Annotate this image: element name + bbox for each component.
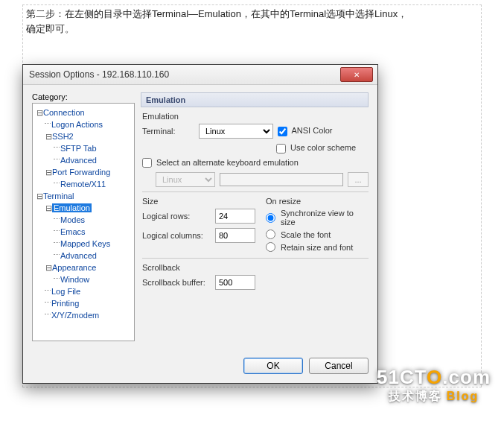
tree-xyzmodem[interactable]: X/Y/Zmodem [51, 311, 99, 320]
watermark-sub2: Blog [447, 390, 479, 402]
tree-printing[interactable]: Printing [51, 299, 79, 308]
watermark-sub1: 技术博客 [389, 390, 442, 402]
size-section-title: Size [142, 197, 255, 206]
tree-terminal[interactable]: Terminal [43, 191, 74, 200]
retain-label: Retain size and font [281, 243, 353, 252]
instruction-line1: 第二步：在左侧的目录中选择Terminal—Emulation，在其中的Term… [26, 8, 407, 19]
logical-cols-input[interactable] [215, 228, 255, 243]
tree-advanced-emul[interactable]: Advanced [60, 251, 97, 260]
tree-appearance[interactable]: Appearance [52, 263, 96, 272]
category-label: Category: [32, 92, 135, 101]
scrollback-buffer-label: Scrollback buffer: [142, 278, 211, 287]
dialog-footer: OK Cancel [23, 350, 377, 383]
alt-keyboard-option[interactable]: Select an alternate keyboard emulation [142, 158, 299, 168]
instruction-line2: 确定即可。 [26, 23, 74, 34]
ansi-color-checkbox[interactable] [278, 127, 287, 136]
ok-button[interactable]: OK [243, 358, 303, 374]
tree-window[interactable]: Window [60, 275, 89, 284]
panel-header: Emulation [141, 92, 369, 107]
titlebar: Session Options - 192.168.110.160 ✕ [23, 65, 377, 85]
browse-button: ... [348, 172, 369, 187]
scrollback-buffer-input[interactable] [215, 275, 255, 290]
watermark-brand-post: .com [442, 366, 491, 388]
tree-remote-x11[interactable]: Remote/X11 [60, 180, 106, 189]
scale-font-label: Scale the font [281, 230, 331, 239]
close-icon: ✕ [354, 71, 360, 79]
dialog-title: Session Options - 192.168.110.160 [29, 69, 340, 80]
tree-emulation-selected[interactable]: Emulation [52, 203, 92, 212]
alt-keyboard-checkbox[interactable] [142, 158, 152, 168]
watermark-brand-pre: 51CT [377, 366, 427, 388]
category-tree[interactable]: ⊟Connection Logon Actions ⊟SSH2 SFTP Tab… [32, 103, 135, 341]
ansi-color-label: ANSI Color [291, 126, 332, 135]
alt-keyboard-select: Linux [156, 172, 215, 187]
session-options-dialog: Session Options - 192.168.110.160 ✕ Cate… [22, 64, 378, 384]
watermark-brand-dot: O [427, 366, 442, 388]
tree-mapped-keys[interactable]: Mapped Keys [60, 239, 110, 248]
scrollback-section-title: Scrollback [142, 263, 369, 272]
tree-log-file[interactable]: Log File [51, 287, 80, 296]
cancel-button[interactable]: Cancel [309, 358, 369, 374]
tree-logon-actions[interactable]: Logon Actions [51, 120, 103, 129]
watermark-logo: 51CTO.com 技术博客Blog [377, 366, 491, 405]
logical-cols-label: Logical columns: [142, 231, 211, 240]
alt-keyboard-path [220, 173, 343, 186]
onresize-section-title: On resize [266, 197, 369, 206]
sync-radio[interactable] [266, 213, 275, 223]
tree-modes[interactable]: Modes [60, 215, 85, 224]
emulation-section-title: Emulation [142, 112, 369, 121]
retain-radio[interactable] [266, 242, 275, 252]
tree-ssh2[interactable]: SSH2 [52, 132, 74, 141]
ansi-color-option[interactable]: ANSI Color [278, 126, 332, 136]
logical-rows-label: Logical rows: [142, 212, 211, 221]
tree-advanced-ssh[interactable]: Advanced [60, 156, 97, 165]
color-scheme-label: Use color scheme [290, 143, 356, 152]
tree-connection[interactable]: Connection [43, 108, 85, 117]
alt-keyboard-label: Select an alternate keyboard emulation [156, 158, 299, 167]
tree-emacs[interactable]: Emacs [60, 227, 86, 236]
sync-label: Synchronize view to size [281, 209, 369, 227]
terminal-label: Terminal: [142, 127, 194, 136]
logical-rows-input[interactable] [215, 209, 255, 224]
terminal-select[interactable]: Linux [199, 124, 273, 139]
tree-port-forwarding[interactable]: Port Forwarding [52, 168, 110, 177]
close-button[interactable]: ✕ [340, 67, 373, 82]
color-scheme-checkbox[interactable] [276, 144, 286, 153]
tree-sftp-tab[interactable]: SFTP Tab [60, 144, 97, 153]
scale-font-radio[interactable] [266, 230, 275, 239]
color-scheme-option[interactable]: Use color scheme [276, 143, 356, 153]
